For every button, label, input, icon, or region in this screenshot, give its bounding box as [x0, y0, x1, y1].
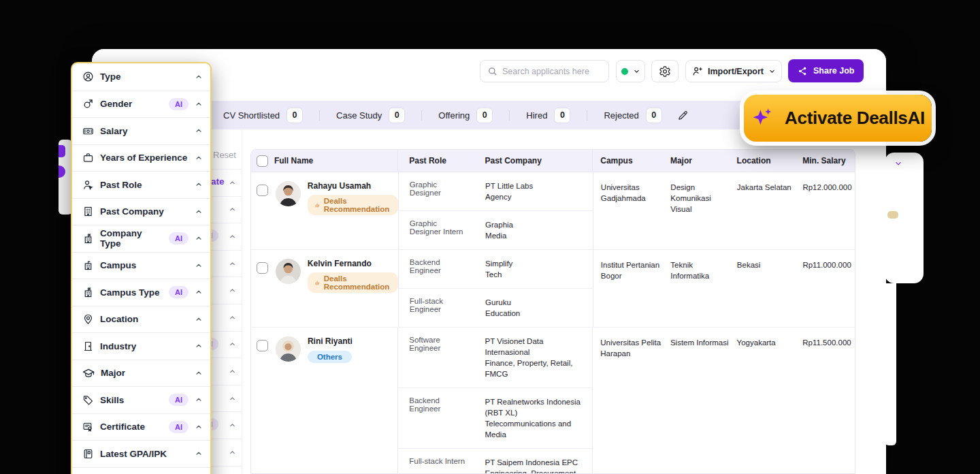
right-edge-card-fragment — [885, 153, 924, 283]
share-job-button[interactable]: Share Job — [788, 59, 864, 82]
chevron-up-icon — [195, 262, 203, 270]
table-row[interactable]: Rahayu Usamah Dealls Recommendation Grap… — [251, 172, 855, 250]
major-cell: Design Komunikasi Visual — [664, 172, 733, 249]
experience-subrow: Full-stack Engineer Guruku Education — [399, 288, 593, 327]
chevron-up-icon — [195, 315, 203, 323]
banknote-icon — [82, 125, 94, 137]
filter-item-skills[interactable]: Skills AI — [72, 386, 210, 413]
activate-deallsai-label: Activate DeallsAI — [785, 108, 925, 129]
tag-icon — [82, 394, 94, 406]
graduation-cap-icon — [82, 367, 95, 379]
tab-count: 0 — [287, 108, 303, 123]
book-icon — [82, 448, 94, 460]
filter-item-years-of-experience[interactable]: Years of Experience — [72, 144, 210, 172]
ai-badge: AI — [169, 98, 189, 110]
sidebar-row-fragment — [211, 276, 242, 304]
certificate-icon — [82, 421, 94, 432]
major-cell: Sistem Informasi — [664, 328, 733, 474]
filter-item-company-type[interactable]: Company Type AI — [72, 225, 210, 252]
filter-item-type[interactable]: Type — [72, 63, 210, 91]
filter-item-past-company[interactable]: Past Company — [72, 198, 210, 225]
location-cell: Bekasi — [733, 250, 798, 327]
tab-count: 0 — [476, 108, 493, 123]
column-past-role: Past Role — [398, 156, 474, 165]
row-checkbox[interactable] — [257, 185, 268, 196]
gear-icon — [659, 65, 671, 78]
sparkle-icon — [751, 106, 775, 131]
sidebar-row-fragment — [211, 304, 242, 331]
edit-stages-button[interactable] — [677, 110, 689, 121]
others-badge: Others — [308, 351, 352, 363]
sidebar-row-fragment — [211, 196, 242, 223]
row-checkbox[interactable] — [257, 262, 268, 274]
filter-item-past-role[interactable]: Past Role — [72, 171, 210, 198]
ai-badge-fragment: AI — [211, 230, 218, 242]
ai-badge-fragment: AI — [211, 338, 218, 350]
filter-item-industry[interactable]: Industry — [72, 332, 210, 360]
user-circle-icon — [82, 71, 94, 82]
chevron-up-icon — [195, 73, 203, 81]
search-input[interactable] — [502, 67, 602, 76]
chevron-up-icon — [195, 180, 203, 189]
filters-reset-button[interactable]: Reset — [213, 150, 236, 160]
chevron-up-icon — [229, 395, 236, 402]
select-all-checkbox[interactable] — [257, 155, 268, 167]
recommendation-badge: Dealls Recommendation — [308, 195, 399, 215]
avatar — [276, 259, 301, 284]
filter-item-salary[interactable]: Salary — [72, 117, 210, 144]
tab-separator — [509, 110, 510, 121]
location-cell: Yogyakarta — [733, 328, 798, 474]
activate-deallsai-button[interactable]: Activate DeallsAI — [744, 95, 932, 142]
column-full-name: Full Name — [274, 150, 397, 172]
status-filter-dropdown[interactable] — [616, 60, 645, 82]
column-major: Major — [664, 150, 733, 172]
column-location: Location — [733, 150, 798, 172]
filter-item-certificate[interactable]: Certificate AI — [72, 413, 210, 441]
filter-item-partial — [72, 467, 210, 474]
thumbs-up-icon — [314, 279, 321, 287]
sidebar-row-fragment — [211, 439, 242, 466]
filter-item-campus[interactable]: Campus — [72, 252, 210, 279]
filter-item-campus-type[interactable]: Campus Type AI — [72, 279, 210, 306]
gender-male-icon — [82, 98, 94, 110]
tab-offering[interactable]: Offering 0 — [438, 108, 493, 123]
chevron-up-icon — [195, 127, 203, 135]
chevron-up-icon — [195, 100, 203, 108]
badge-fragment — [887, 211, 898, 219]
experience-subrow: Backend Engineer Simplify Tech — [399, 250, 593, 288]
chevron-up-icon — [229, 368, 236, 375]
min-salary-cell: Rp11.000.000 — [797, 250, 855, 327]
table-row[interactable]: Kelvin Fernando Dealls Recommendation Ba… — [251, 250, 855, 328]
chevron-down-icon — [768, 67, 776, 75]
ai-badge-fragment: AI — [211, 418, 218, 430]
tab-cv-shortlisted[interactable]: CV Shortlisted 0 — [223, 108, 303, 123]
tab-separator — [319, 110, 320, 121]
chevron-up-icon — [195, 369, 203, 377]
tab-rejected[interactable]: Rejected 0 — [604, 108, 662, 123]
applicant-name: Kelvin Fernando — [308, 259, 399, 268]
chevron-up-icon — [195, 423, 203, 431]
min-salary-cell: Rp12.000.000 — [797, 172, 855, 249]
settings-button[interactable] — [651, 60, 679, 82]
experience-subrow: Full-stack Intern PT Saipem Indonesia EP… — [398, 448, 592, 474]
table-row[interactable]: Rini Riyanti Others Software Engineer PT… — [251, 328, 855, 474]
applicant-name: Rini Riyanti — [308, 336, 353, 346]
building-icon — [82, 206, 94, 217]
chevron-up-icon — [195, 154, 203, 162]
import-export-button[interactable]: Import/Export — [685, 60, 782, 82]
filter-item-location[interactable]: Location — [72, 306, 210, 333]
filter-item-latest-gpa[interactable]: Latest GPA/IPK — [72, 440, 210, 467]
min-salary-cell: Rp11.500.000 — [797, 328, 855, 474]
filter-item-gender[interactable]: Gender AI — [72, 91, 210, 118]
column-past-company: Past Company — [474, 156, 592, 165]
row-checkbox[interactable] — [257, 340, 268, 351]
filter-item-major[interactable]: Major — [72, 360, 210, 387]
search-applicants-box[interactable] — [480, 60, 609, 82]
campus-cell: Universitas Pelita Harapan — [593, 328, 664, 474]
chevron-up-icon — [229, 206, 236, 213]
campus-cell: Institut Pertanian Bogor — [593, 250, 664, 327]
applicants-table: Full Name Past Role Past Company Campus … — [250, 149, 855, 474]
tab-case-study[interactable]: Case Study 0 — [336, 108, 405, 123]
tab-hired[interactable]: Hired 0 — [526, 108, 570, 123]
chevron-up-icon — [229, 422, 236, 429]
